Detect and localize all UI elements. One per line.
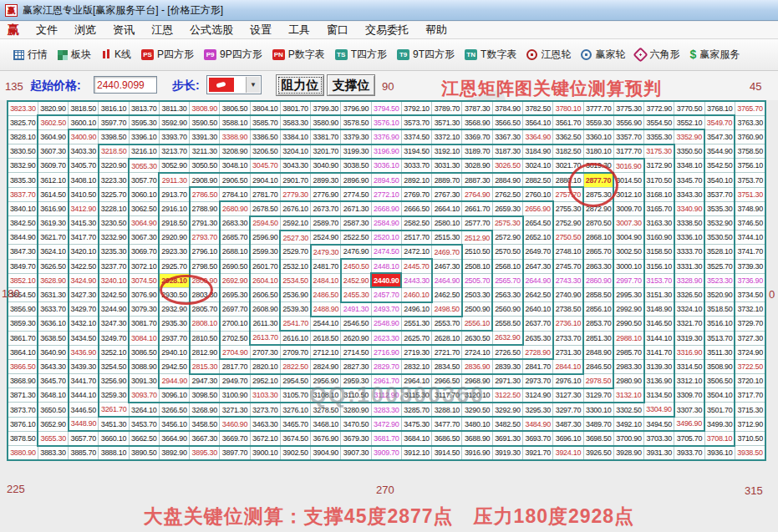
matrix-cell: 3309.70: [674, 388, 704, 403]
matrix-row: 3825.703602.503600.103597.703595.303592.…: [8, 115, 765, 129]
matrix-cell: 3816.10: [99, 101, 129, 115]
combo-dropdown-arrow-icon[interactable]: ▼: [246, 77, 260, 93]
matrix-cell: 2925.70: [159, 259, 189, 273]
matrix-cell: 3436.90: [69, 345, 99, 359]
matrix-cell: 2455.30: [341, 287, 371, 301]
matrix-cell: 3501.70: [704, 403, 735, 417]
matrix-cell: 2913.70: [159, 187, 189, 201]
tool-quotes-grid[interactable]: 行情: [8, 43, 53, 68]
menu-item-0[interactable]: 文件: [28, 22, 66, 39]
matrix-cell: 3832.90: [8, 159, 38, 173]
menu-item-9[interactable]: 帮助: [417, 22, 455, 39]
matrix-cell: 3084.10: [129, 331, 159, 345]
matrix-cell: 2889.70: [432, 173, 462, 187]
matrix-cell: 2560.90: [492, 302, 522, 317]
tool-t-square[interactable]: TST四方形: [330, 43, 392, 68]
matrix-cell: 2505.70: [462, 273, 492, 287]
matrix-cell: 3110.50: [341, 388, 371, 403]
tool-nine-p-square[interactable]: P99P四方形: [199, 43, 267, 68]
matrix-cell: 3091.30: [129, 374, 159, 388]
matrix-cell: 2911.30: [159, 173, 189, 187]
matrix-cell: 3424.90: [69, 273, 99, 287]
menu-item-7[interactable]: 窗口: [318, 22, 357, 39]
tool-t-table[interactable]: TNT数字表: [460, 43, 521, 68]
step-style-swatch-icon: [209, 78, 234, 92]
matrix-cell: 3921.70: [523, 446, 553, 460]
matrix-cell: 3770.50: [674, 101, 704, 115]
matrix-cell: 3765.70: [735, 101, 765, 115]
matrix-cell: 3316.90: [674, 345, 704, 359]
matrix-row: 3837.703614.503410.503225.703060.102913.…: [8, 187, 765, 201]
matrix-cell: 2856.10: [583, 302, 613, 317]
toolbar: 行情板块K线PSP四方形P99P四方形PNP数字表TST四方形T99T四方形TN…: [0, 39, 778, 71]
matrix-cell: 2997.70: [613, 273, 643, 287]
support-button[interactable]: 支撑位: [327, 74, 375, 96]
matrix-cell: 2469.70: [432, 245, 462, 259]
menu-item-1[interactable]: 浏览: [66, 22, 104, 39]
tool-winner-wheel[interactable]: 赢家轮: [576, 43, 630, 68]
matrix-cell: 3350.50: [674, 144, 704, 159]
matrix-cell: 3153.70: [644, 273, 674, 287]
menu-item-3[interactable]: 江恩: [143, 22, 181, 39]
angle-label-315: 315: [745, 484, 763, 497]
matrix-cell: 3792.10: [401, 101, 431, 115]
matrix-cell: 2515.30: [432, 231, 462, 245]
start-price-input[interactable]: [94, 76, 157, 94]
menu-item-8[interactable]: 交易委托: [357, 22, 417, 39]
matrix-cell: 3453.70: [129, 417, 159, 431]
matrix-cell: 3333.70: [674, 245, 704, 259]
matrix-cell: 3165.70: [644, 201, 674, 215]
matrix-cell: 3412.90: [69, 201, 99, 215]
menu-item-5[interactable]: 设置: [242, 22, 280, 39]
menu-item-4[interactable]: 公式选股: [181, 22, 242, 39]
matrix-cell: 3537.70: [704, 187, 735, 201]
step-combobox[interactable]: ▼: [206, 75, 262, 94]
matrix-cell: 2832.10: [401, 359, 431, 373]
tool-gann-wheel[interactable]: 江恩轮: [521, 43, 576, 68]
menu-item-2[interactable]: 资讯: [104, 22, 143, 39]
tool-service-dollar[interactable]: $赢家服务: [684, 43, 745, 68]
key-level-summary: 大盘关键位测算：支撑45度2877点 压力180度2928点: [0, 504, 778, 529]
matrix-cell: 3849.70: [8, 259, 38, 273]
matrix-cell: 3900.10: [250, 446, 280, 460]
matrix-cell: 3823.30: [8, 101, 38, 115]
matrix-cell: 3177.70: [613, 144, 643, 159]
matrix-row: 3866.503643.303439.303254.503088.902942.…: [8, 359, 765, 373]
matrix-cell: 3794.50: [371, 101, 401, 115]
matrix-cell: 3724.90: [735, 345, 765, 359]
p-table-icon: PN: [272, 49, 285, 60]
tool-p-table[interactable]: PNP数字表: [267, 43, 330, 68]
matrix-cell: 2587.30: [341, 216, 371, 231]
matrix-cell: 2577.70: [462, 216, 492, 231]
tool-nine-t-square[interactable]: T99T四方形: [392, 43, 460, 68]
menu-item-6[interactable]: 工具: [280, 22, 318, 39]
matrix-cell: 2738.50: [553, 302, 583, 317]
matrix-cell: 3513.70: [704, 331, 735, 345]
tool-hexagon[interactable]: 六角形: [630, 43, 684, 68]
matrix-cell: 3619.30: [38, 216, 68, 231]
matrix-cell: 3909.70: [371, 446, 401, 460]
matrix-cell: 3355.30: [644, 129, 674, 144]
matrix-cell: 3782.50: [523, 101, 553, 115]
matrix-cell: 3007.30: [613, 216, 643, 231]
matrix-cell: 2810.50: [190, 331, 220, 345]
matrix-cell: 2589.70: [311, 216, 341, 231]
matrix-cell: 3904.90: [311, 446, 341, 460]
matrix-cell: 3086.50: [129, 345, 159, 359]
matrix-cell: 3225.70: [99, 187, 129, 201]
matrix-cell: 2520.10: [371, 231, 401, 245]
tool-p-square[interactable]: PSP四方形: [136, 43, 199, 68]
matrix-cell: 2851.30: [583, 331, 613, 345]
matrix-cell: 3811.30: [159, 101, 189, 115]
matrix-cell: 3249.70: [99, 331, 129, 345]
tool-sectors[interactable]: 板块: [53, 43, 96, 68]
title-bar[interactable]: 赢 赢家江恩专业版[赢家服务平台] - [价格正方形]: [0, 0, 778, 21]
matrix-cell: 3777.70: [583, 101, 613, 115]
matrix-cell: 3693.70: [523, 431, 553, 445]
matrix-cell: 3448.90: [69, 417, 99, 431]
resistance-button[interactable]: 阻力位: [276, 74, 324, 96]
kline-icon: [101, 49, 111, 60]
matrix-cell: 3595.30: [129, 115, 159, 129]
matrix-cell: 3182.50: [553, 144, 583, 159]
tool-kline[interactable]: K线: [96, 43, 136, 68]
